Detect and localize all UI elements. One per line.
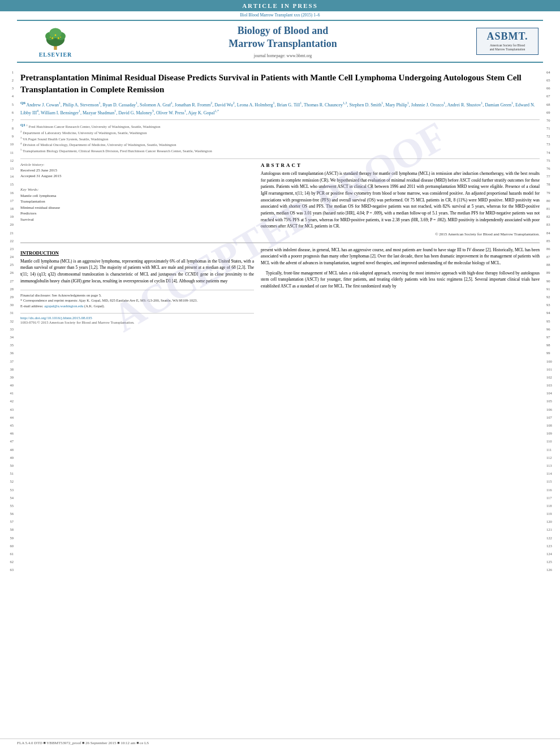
- keyword-5: Survival: [20, 217, 254, 223]
- elsevier-tree-icon: [38, 25, 72, 50]
- abstract-col: ABSTRACT Autologous stem cell transplant…: [261, 162, 540, 237]
- email-link[interactable]: agopal@u.washington.edu: [44, 304, 83, 308]
- doi-section: http://dx.doi.org/10.1016/j.bbmt.2015.08…: [20, 313, 254, 324]
- email-footnote: E-mail address: agopal@u.washington.edu …: [20, 303, 254, 308]
- journal-homepage: journal homepage: www.bbmt.org: [95, 53, 471, 58]
- keyword-1: Mantle cell lymphoma: [20, 193, 254, 199]
- bottom-bar-text: FLA 5.4.0 DTD ■ YBBMT53972_proof ■ 26 Se…: [17, 741, 149, 745]
- svg-point-6: [58, 37, 59, 39]
- article-meta-col: Article history: Received 25 June 2015 A…: [20, 162, 254, 237]
- line-numbers-right: 6465666768 6970717273 7475767778 7980818…: [544, 63, 560, 574]
- correspondence-footnote: * Correspondence and reprint requests: A…: [20, 298, 254, 303]
- keywords-title: Key Words:: [20, 187, 254, 192]
- keyword-4: Predictors: [20, 211, 254, 217]
- journal-title: Biology of Blood and Marrow Transplantat…: [95, 24, 471, 51]
- keyword-2: Transplantation: [20, 199, 254, 205]
- affiliations-section: Q1 1 Fred Hutchinson Cancer Research Cen…: [20, 119, 540, 154]
- intro-left-col: INTRODUCTION Mantle cell lymphoma (MCL) …: [20, 247, 254, 324]
- intro-title: INTRODUCTION: [20, 250, 254, 256]
- authors-line: Q6 Andrew J. Cowan1, Philip A. Stevenson…: [20, 100, 540, 117]
- main-content: 12345 678910 1112131415 1617181920 21222…: [0, 63, 560, 574]
- footnotes-section: Financial disclosure: See Acknowledgment…: [20, 290, 254, 308]
- svg-point-8: [50, 37, 51, 38]
- journal-ref: Biol Blood Marrow Transplant xxx (2015) …: [0, 12, 560, 18]
- asbmt-logo-section: ASBMT. American Society for Bloodand Mar…: [476, 28, 539, 55]
- journal-header: ELSEVIER Biology of Blood and Marrow Tra…: [17, 20, 543, 63]
- elsevier-label: ELSEVIER: [39, 51, 72, 58]
- line-numbers-left: 12345 678910 1112131415 1617181920 21222…: [0, 63, 16, 574]
- abstract-title: ABSTRACT: [261, 162, 540, 168]
- article-in-press-banner: ARTICLE IN PRESS: [0, 0, 560, 11]
- keyword-3: Minimal residual disease: [20, 205, 254, 211]
- introduction-section: INTRODUCTION Mantle cell lymphoma (MCL) …: [20, 242, 540, 324]
- abstract-text: Autologous stem cell transplantation (AS…: [261, 170, 540, 230]
- received-date: Received 25 June 2015: [20, 168, 254, 174]
- abstract-copyright: © 2015 American Society for Blood and Ma…: [261, 232, 540, 237]
- article-body: Pretransplantation Minimal Residual Dise…: [16, 63, 544, 574]
- intro-right-col: present with indolent disease, in genera…: [261, 247, 540, 324]
- svg-point-5: [51, 37, 53, 39]
- accepted-date: Accepted 31 August 2015: [20, 174, 254, 179]
- asbmt-acronym: ASBMT.: [479, 31, 536, 42]
- financial-disclosure: Financial disclosure: See Acknowledgment…: [20, 293, 254, 298]
- doi-link[interactable]: http://dx.doi.org/10.1016/j.bbmt.2015.08…: [20, 316, 254, 320]
- svg-point-4: [49, 28, 62, 38]
- intro-right-text-2: Typically, front-line management of MCL …: [261, 270, 540, 290]
- doi-rights: 1083-8791/© 2015 American Society for Bl…: [20, 320, 254, 324]
- q1-marker: Q1: [20, 123, 25, 127]
- intro-right-text: present with indolent disease, in genera…: [261, 247, 540, 267]
- svg-point-9: [60, 37, 61, 38]
- intro-left-text: Mantle cell lymphoma (MCL) is an aggress…: [20, 258, 254, 285]
- abstract-section-wrapper: Article history: Received 25 June 2015 A…: [20, 158, 540, 237]
- journal-title-section: Biology of Blood and Marrow Transplantat…: [89, 24, 476, 58]
- keywords-section: Key Words: Mantle cell lymphoma Transpla…: [20, 187, 254, 223]
- bottom-bar: FLA 5.4.0 DTD ■ YBBMT53972_proof ■ 26 Se…: [0, 739, 560, 747]
- elsevier-logo-section: ELSEVIER: [21, 25, 89, 58]
- article-history: Article history: Received 25 June 2015 A…: [20, 162, 254, 179]
- q6-marker: Q6: [20, 101, 25, 105]
- history-title: Article history:: [20, 162, 254, 167]
- article-title: Pretransplantation Minimal Residual Dise…: [20, 72, 540, 96]
- asbmt-name: American Society for Bloodand Marrow Tra…: [479, 44, 536, 52]
- svg-point-7: [55, 35, 57, 36]
